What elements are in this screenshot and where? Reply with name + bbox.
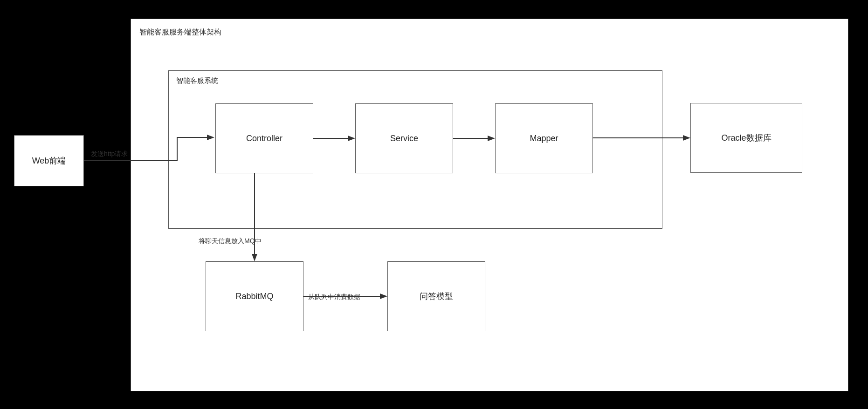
http-arrow-label: 发送http请求 (91, 150, 128, 157)
outer-title: 智能客服服务端整体架构 (139, 27, 221, 37)
service-box: Service (355, 103, 453, 173)
controller-box: Controller (215, 103, 313, 173)
inner-system-box: 智能客服系统 Controller Service Mapper (168, 70, 662, 229)
service-label: Service (390, 134, 418, 143)
rabbitmq-label: RabbitMQ (235, 292, 273, 301)
consume-arrow-label: 从队列中消费数据 (308, 293, 360, 301)
controller-label: Controller (246, 134, 282, 143)
oracle-label: Oracle数据库 (721, 132, 771, 143)
mapper-label: Mapper (530, 134, 558, 143)
web-frontend-label: Web前端 (32, 155, 66, 166)
qa-label: 问答模型 (420, 291, 453, 302)
main-canvas: 智能客服服务端整体架构 智能客服系统 Controller Service Ma… (131, 19, 848, 391)
oracle-box: Oracle数据库 (690, 103, 802, 173)
mapper-box: Mapper (495, 103, 593, 173)
web-frontend-box: Web前端 (14, 135, 84, 186)
inner-system-label: 智能客服系统 (176, 76, 218, 85)
mq-arrow-label: 将聊天信息放入MQ中 (199, 237, 262, 245)
rabbitmq-box: RabbitMQ (206, 261, 303, 331)
qa-box: 问答模型 (387, 261, 485, 331)
